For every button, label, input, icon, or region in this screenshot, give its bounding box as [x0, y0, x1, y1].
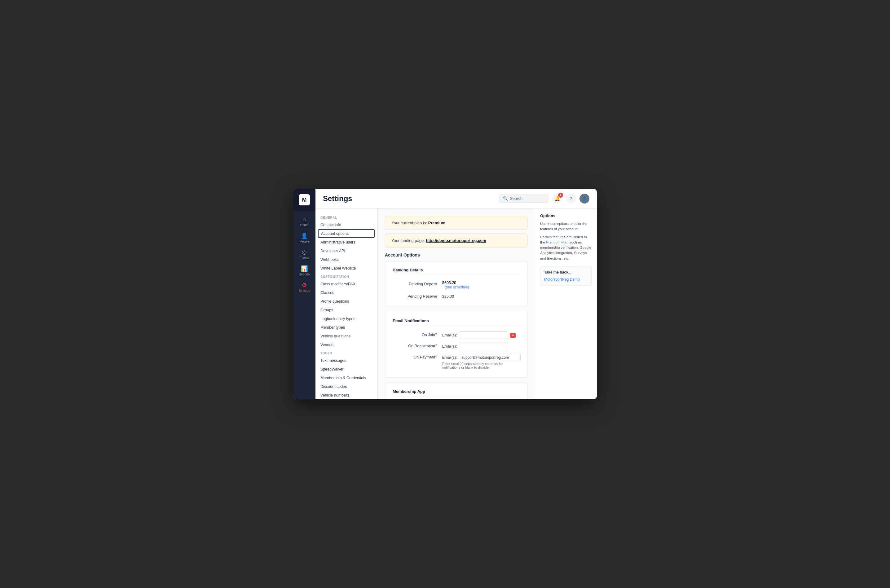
- plan-label: Your current plan is:: [392, 220, 427, 225]
- nav-item-groups[interactable]: Groups: [315, 306, 377, 315]
- landing-label: Your landing page:: [392, 238, 425, 243]
- take-back-link[interactable]: MotorsportReg Demo: [544, 277, 580, 282]
- nav-item-classes[interactable]: Classes: [315, 288, 377, 297]
- take-back-card: Take me back... MotorsportReg Demo: [540, 266, 592, 286]
- sidebar-item-label: Reports: [299, 273, 309, 276]
- left-nav: GENERAL Contact info Account options Adm…: [315, 208, 377, 399]
- search-placeholder: Search: [510, 196, 522, 201]
- nav-item-white-label[interactable]: White Label Website: [315, 264, 377, 273]
- on-join-label: On Join?: [393, 332, 442, 337]
- nav-item-membership-credentials[interactable]: Membership & Credentials: [315, 374, 377, 382]
- on-registration-label: On Registration?: [393, 343, 442, 348]
- on-join-email-input[interactable]: [459, 332, 508, 339]
- pending-deposit-value: $603.20: [442, 280, 469, 285]
- sidebar-item-label: Settings: [299, 289, 310, 292]
- section-title: Account Options: [385, 252, 527, 258]
- on-payment-hint: Enter email(s) separated by commas for n…: [442, 362, 521, 369]
- on-payment-label: On Payment?: [393, 354, 442, 359]
- on-join-row: On Join? Email(s): ✕: [393, 330, 520, 341]
- customization-section-label: CUSTOMIZATION: [315, 273, 377, 280]
- help-icon: ?: [570, 196, 572, 201]
- help-button[interactable]: ?: [566, 194, 576, 204]
- nav-item-webhooks[interactable]: Webhooks: [315, 255, 377, 264]
- nav-item-member-types[interactable]: Member types: [315, 323, 377, 332]
- header-right: 🔍 Search 🔔 2 ? 👤: [499, 194, 590, 204]
- on-registration-row: On Registration? Email(s):: [393, 341, 520, 352]
- sidebar-item-label: Home: [300, 224, 309, 227]
- nav-item-speedwaiver[interactable]: SpeedWaiver: [315, 365, 377, 374]
- email-btn-1[interactable]: ✕: [510, 333, 516, 338]
- nav-item-vehicle-questions[interactable]: Vehicle questions: [315, 332, 377, 340]
- avatar-icon: 👤: [582, 196, 587, 201]
- avatar[interactable]: 👤: [579, 194, 590, 204]
- membership-app-card: Membership App Enable? For organizations…: [385, 382, 527, 399]
- options-text-1: Use these options to tailor the features…: [540, 221, 592, 232]
- on-registration-email-input[interactable]: [459, 343, 508, 350]
- take-back-title: Take me back...: [544, 270, 588, 274]
- premium-plan-link[interactable]: Premium Plan: [546, 240, 568, 244]
- pending-deposit-row: Pending Deposit $603.20 (see schedule): [393, 279, 520, 291]
- email-notifications-title: Email Notifications: [393, 318, 520, 326]
- settings-icon: ⚙: [302, 282, 307, 288]
- sidebar-item-people[interactable]: 👤 People: [293, 230, 315, 246]
- nav-item-logbook-types[interactable]: Logbook entry types: [315, 315, 377, 323]
- nav-item-venues[interactable]: Venues: [315, 340, 377, 349]
- banking-title: Banking Details: [393, 268, 520, 275]
- banking-card: Banking Details Pending Deposit $603.20 …: [385, 261, 527, 307]
- tools-section-label: TOOLS: [315, 349, 377, 356]
- email-label-2: Email(s):: [442, 344, 457, 348]
- sidebar-item-home[interactable]: ⌂ Home: [293, 213, 315, 230]
- sidebar-item-label: Events: [300, 256, 309, 260]
- page-title: Settings: [323, 194, 352, 203]
- plan-banner: Your current plan is: Premium: [385, 216, 527, 230]
- membership-app-title: Membership App: [393, 389, 520, 396]
- content-area: GENERAL Contact info Account options Adm…: [315, 208, 597, 399]
- pending-deposit-label: Pending Deposit: [393, 280, 442, 286]
- nav-item-account-options[interactable]: Account options: [318, 229, 375, 238]
- logo-icon: M: [299, 194, 310, 206]
- landing-banner: Your landing page: http://demo.motorspor…: [385, 234, 527, 248]
- pending-reserve-label: Pending Reserve: [393, 293, 442, 298]
- nav-item-admin-users[interactable]: Administrative users: [315, 238, 377, 247]
- header: Settings 🔍 Search 🔔 2 ? 👤: [315, 189, 597, 208]
- nav-item-developer-api[interactable]: Developer API: [315, 247, 377, 255]
- on-payment-row: On Payment? Email(s): support@motorsport…: [393, 352, 520, 371]
- sidebar-item-events[interactable]: ◎ Events: [293, 246, 315, 263]
- options-title: Options: [540, 213, 592, 218]
- email-label-3: Email(s):: [442, 356, 457, 360]
- reports-icon: 📊: [301, 266, 308, 272]
- nav-item-class-modifiers[interactable]: Class modifiers/PAX: [315, 280, 377, 288]
- see-schedule-link[interactable]: (see schedule): [445, 285, 469, 290]
- sidebar-item-label: People: [299, 240, 309, 243]
- nav-item-text-messages[interactable]: Text messages: [315, 356, 377, 365]
- sidebar-item-settings[interactable]: ⚙ Settings: [293, 279, 315, 296]
- notifications-button[interactable]: 🔔 2: [552, 194, 562, 204]
- main-content: Settings 🔍 Search 🔔 2 ? 👤: [315, 189, 597, 399]
- people-icon: 👤: [301, 233, 308, 238]
- plan-value: Premium: [428, 220, 446, 225]
- notification-badge: 2: [558, 193, 563, 198]
- options-text-2: Certain features are limited to the Prem…: [540, 234, 592, 261]
- search-box[interactable]: 🔍 Search: [499, 194, 548, 203]
- home-icon: ⌂: [303, 216, 306, 222]
- right-sidebar: Options Use these options to tailor the …: [535, 208, 597, 399]
- on-payment-email-input[interactable]: support@motorsportreg.com: [459, 354, 521, 361]
- email-label-1: Email(s):: [442, 333, 457, 338]
- sidebar-item-reports[interactable]: 📊 Reports: [293, 263, 315, 279]
- pending-reserve-value: $25.00: [442, 293, 454, 298]
- main-panel: Your current plan is: Premium Your landi…: [377, 208, 535, 399]
- nav-item-discount-codes[interactable]: Discount codes: [315, 382, 377, 391]
- events-icon: ◎: [302, 249, 307, 255]
- general-section-label: GENERAL: [315, 213, 377, 220]
- sidebar: M ⌂ Home 👤 People ◎ Events 📊 Reports ⚙ S…: [293, 189, 315, 399]
- nav-item-vehicle-numbers[interactable]: Vehicle numbers: [315, 391, 377, 399]
- search-icon: 🔍: [503, 196, 508, 201]
- landing-url[interactable]: http://demo.motorsportreg.com: [426, 238, 486, 243]
- sidebar-logo: M: [293, 189, 315, 211]
- pending-reserve-row: Pending Reserve $25.00: [393, 291, 520, 300]
- nav-item-profile-questions[interactable]: Profile questions: [315, 297, 377, 306]
- email-notifications-card: Email Notifications On Join? Email(s): ✕: [385, 312, 527, 378]
- nav-item-contact-info[interactable]: Contact info: [315, 220, 377, 229]
